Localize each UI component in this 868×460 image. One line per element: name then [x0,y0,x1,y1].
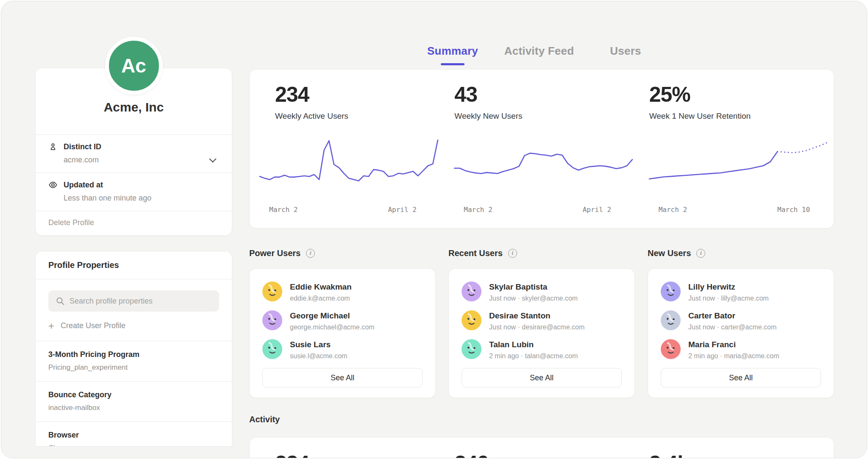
updated-at-value: Less than one minute ago [64,194,151,202]
new-users-section: New Users i [648,248,834,398]
activity-card: 234 240 3.4k [249,437,834,458]
chevron-down-icon[interactable] [210,156,216,162]
user-list-item[interactable]: Lilly Herwitz Just now · lilly@acme.com [661,282,821,302]
user-detail: susie.l@acme.com [290,352,347,360]
user-detail: Just now · skyler@acme.com [489,295,578,302]
user-list-item[interactable]: Maria Franci 2 min ago · maria@acme.com [661,339,821,360]
profile-property-row[interactable]: Bounce Category inactive-mailbox [36,381,232,421]
user-avatar [262,282,282,301]
user-name: George Michael [290,310,374,321]
user-name: Desirae Stanton [489,310,584,321]
x-axis-label-start: March 2 [269,206,298,214]
stat-label: Week 1 New User Retention [649,112,834,121]
new-users-card: Lilly Herwitz Just now · lilly@acme.com [648,268,834,398]
user-list-item[interactable]: Talan Lubin 2 min ago · talan@acme.com [462,339,622,360]
x-axis-label-end: April 2 [583,206,611,214]
activity-stat-value: 240 [444,453,639,458]
user-detail: george.michael@acme.com [290,323,374,331]
stat-column: 234 Weekly Active Users March 2 April 2 [250,70,444,228]
company-avatar: Ac [105,37,163,95]
user-list-item[interactable]: Eddie Kwakman eddie.k@acme.com [262,282,423,302]
activity-section-title: Activity [249,415,280,424]
stat-value: 43 [454,84,639,105]
delete-profile-button[interactable]: Delete Profile [36,211,232,235]
user-detail: Just now · lilly@acme.com [688,295,769,302]
recent-users-title: Recent Users [448,248,503,258]
profile-property-row[interactable]: Browser Chrome [36,421,232,446]
property-name: Bounce Category [48,390,219,399]
activity-stat-value: 3.4k [639,453,834,458]
user-name: Susie Lars [290,339,347,349]
user-list-item[interactable]: Susie Lars susie.l@acme.com [262,339,423,360]
chart-x-axis: March 2 April 2 [260,204,438,217]
info-icon[interactable]: i [306,249,315,258]
updated-at-row: Updated at Less than one minute ago [36,173,232,211]
stat-column: 25% Week 1 New User Retention March 2 Ma… [639,70,834,228]
profile-properties-search [36,279,232,312]
user-avatar [661,310,681,330]
tab-bar: Summary Activity Feed Users [409,45,669,65]
distinct-id-value: acme.com [64,156,99,164]
eye-icon [48,180,58,190]
user-avatar [462,282,481,301]
distinct-id-label: Distinct ID [64,142,101,151]
user-avatar [462,310,481,330]
profile-sidebar: Ac Acme, Inc Distinct ID acme.com [35,1,232,446]
summary-stats-card: 234 Weekly Active Users March 2 April 2 … [249,69,834,229]
see-all-button[interactable]: See All [661,368,821,388]
profile-properties-title: Profile Properties [36,251,232,279]
app-frame: Ac Acme, Inc Distinct ID acme.com [1,1,867,458]
info-icon[interactable]: i [508,249,517,258]
power-users-title: Power Users [249,248,300,258]
line-chart [649,132,827,200]
user-detail: eddie.k@acme.com [290,295,352,302]
stat-label: Weekly New Users [454,112,639,121]
see-all-button[interactable]: See All [462,368,622,388]
profile-properties-card: Profile Properties + Create User Profile… [35,251,232,446]
user-detail: Just now · carter@acme.com [688,323,776,331]
user-list-item[interactable]: George Michael george.michael@acme.com [262,310,423,331]
tab[interactable]: Activity Feed [496,45,582,65]
see-all-button[interactable]: See All [262,368,423,388]
tab[interactable]: Summary [409,45,496,65]
user-avatar [262,339,282,359]
profile-properties-list: 3-Month Pricing Program Pricing_plan_exp… [36,341,232,446]
property-value: Chrome [48,444,219,446]
search-input[interactable] [48,290,219,312]
user-avatar [262,310,282,330]
user-detail: 2 min ago · maria@acme.com [688,352,779,360]
create-user-profile-label: Create User Profile [61,321,125,330]
user-list-item[interactable]: Skylar Baptista Just now · skyler@acme.c… [462,282,622,302]
chart-x-axis: March 2 April 2 [454,204,632,217]
company-avatar-initials: Ac [121,54,146,77]
user-detail: 2 min ago · talan@acme.com [489,352,578,360]
property-name: Browser [48,431,219,440]
x-axis-label-start: March 2 [464,206,492,214]
updated-at-label: Updated at [64,181,103,190]
activity-stat-value: 234 [250,453,444,458]
stat-column: 43 Weekly New Users March 2 April 2 [444,70,639,228]
user-name: Maria Franci [688,339,779,349]
user-name: Skylar Baptista [489,282,578,292]
power-users-card: Eddie Kwakman eddie.k@acme.com [249,268,436,398]
create-user-profile-button[interactable]: + Create User Profile [36,312,232,341]
user-name: Talan Lubin [489,339,578,349]
new-users-title: New Users [648,248,691,258]
user-list-item[interactable]: Desirae Stanton Just now · desirare@acme… [462,310,622,331]
power-users-section: Power Users i [249,248,436,398]
recent-users-section: Recent Users i [448,248,635,398]
distinct-id-row: Distinct ID acme.com [36,134,232,173]
x-axis-label-end: April 2 [388,206,416,214]
stat-label: Weekly Active Users [275,112,444,121]
info-icon[interactable]: i [696,249,705,258]
person-icon [48,142,58,151]
user-avatar [661,282,681,301]
user-list-item[interactable]: Carter Bator Just now · carter@acme.com [661,310,821,331]
property-name: 3-Month Pricing Program [48,350,219,359]
profile-property-row[interactable]: 3-Month Pricing Program Pricing_plan_exp… [36,341,232,381]
user-name: Eddie Kwakman [290,282,352,292]
user-name: Lilly Herwitz [688,282,769,292]
tab[interactable]: Users [582,45,669,65]
chart-x-axis: March 2 March 10 [649,204,827,217]
user-detail: Just now · desirare@acme.com [489,323,584,331]
